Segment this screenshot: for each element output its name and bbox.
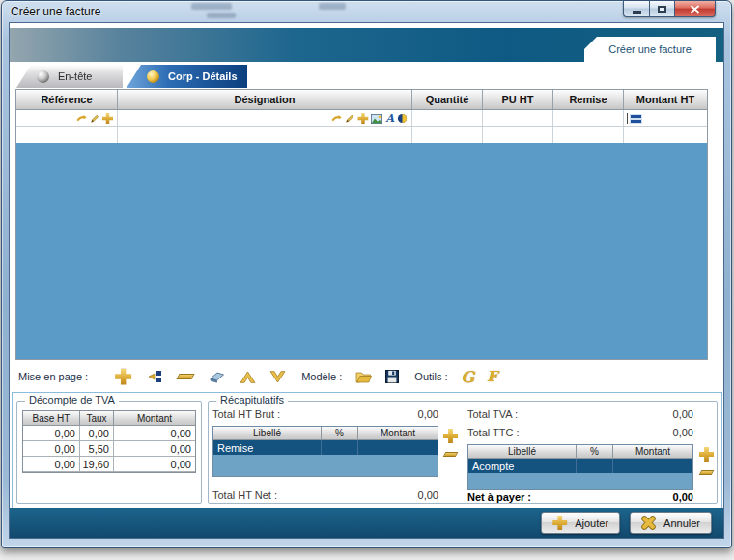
swoosh-icon[interactable] xyxy=(331,113,342,124)
column-header-montant-ht[interactable]: Montant HT xyxy=(624,90,707,109)
acompte-table-empty-area[interactable] xyxy=(468,473,692,489)
equals-icon[interactable] xyxy=(630,114,642,124)
total-ht-net-value: 0,00 xyxy=(418,490,438,501)
ajouter-button[interactable]: Ajouter xyxy=(541,512,620,534)
titlebar[interactable]: Créer une facture xyxy=(2,1,731,22)
tva-row[interactable]: 0,00 19,60 0,00 xyxy=(23,457,195,472)
remise-row[interactable]: Remise xyxy=(213,440,438,455)
total-ht-brut-label: Total HT Brut : xyxy=(212,408,280,420)
minimize-button[interactable] xyxy=(623,1,649,17)
tva-col-montant: Montant xyxy=(114,411,195,426)
add-line-button[interactable] xyxy=(115,369,131,385)
column-header-remise[interactable]: Remise xyxy=(553,90,624,109)
tab-ball-icon xyxy=(37,70,49,83)
grid-body[interactable] xyxy=(16,143,707,359)
insert-line-button[interactable] xyxy=(148,370,162,383)
pencil-icon[interactable] xyxy=(90,113,99,124)
acompte-col-pct: % xyxy=(577,445,613,459)
close-button[interactable] xyxy=(675,1,716,17)
mise-en-page-label: Mise en page : xyxy=(18,371,88,382)
insert-icon xyxy=(148,370,162,383)
move-down-button[interactable] xyxy=(269,371,286,383)
empty-cell[interactable] xyxy=(16,127,118,143)
column-header-pu-ht[interactable]: PU HT xyxy=(483,90,553,109)
swoosh-icon[interactable] xyxy=(76,113,87,124)
acompte-row-montant xyxy=(613,459,692,473)
tva-value: 0,00 xyxy=(23,426,80,441)
remise-row-label: Remise xyxy=(213,440,322,455)
plus-icon xyxy=(115,369,131,385)
tab-corp-details-label: Corp - Détails xyxy=(168,70,238,82)
remise-header-row: Libellé % Montant xyxy=(213,427,438,440)
tva-table: Base HT Taux Montant 0,00 0,00 0,00 0,00… xyxy=(22,410,196,473)
column-header-quantite[interactable]: Quantité xyxy=(412,90,483,109)
net-a-payer-row: Net à payer : 0,00 xyxy=(467,491,693,503)
tva-row[interactable]: 0,00 5,50 0,00 xyxy=(23,441,195,457)
empty-cell[interactable] xyxy=(118,127,412,143)
acompte-row-pct xyxy=(577,459,613,473)
tool-f-button[interactable]: F xyxy=(487,368,497,385)
plus-icon[interactable] xyxy=(357,113,368,124)
totals-panel: Décompte de TVA Base HT Taux Montant 0,0… xyxy=(12,392,722,510)
recap-right: Total TVA : 0,00 Total TTC : 0,00 Libell… xyxy=(467,404,711,503)
empty-cell[interactable] xyxy=(624,127,707,143)
add-acompte-button[interactable] xyxy=(699,447,714,462)
designation-cell[interactable]: A xyxy=(118,110,412,126)
remise-cell[interactable] xyxy=(553,110,624,126)
open-model-button[interactable] xyxy=(355,371,372,383)
tva-row[interactable]: 0,00 0,00 0,00 xyxy=(23,426,195,441)
eraser-icon xyxy=(209,371,225,383)
acompte-table-buttons xyxy=(699,447,714,475)
empty-cell[interactable] xyxy=(412,127,483,143)
annuler-button[interactable]: Annuler xyxy=(630,512,712,534)
erase-line-button[interactable] xyxy=(209,371,225,383)
dialog-content: Créer une facture En-tête Corp - Détails… xyxy=(9,22,724,539)
tva-groupbox-title: Décompte de TVA xyxy=(25,394,119,406)
total-ht-net-row: Total HT Net : 0,00 xyxy=(212,490,438,501)
tab-en-tete-label: En-tête xyxy=(58,70,92,82)
outils-label: Outils : xyxy=(414,371,447,382)
column-header-designation[interactable]: Désignation xyxy=(118,90,412,109)
annuler-button-label: Annuler xyxy=(663,518,700,529)
tva-value: 19,60 xyxy=(80,457,114,472)
remove-remise-button[interactable] xyxy=(443,452,459,457)
picture-icon[interactable] xyxy=(371,114,382,124)
background-artifact xyxy=(207,13,236,18)
plus-icon[interactable] xyxy=(102,113,113,124)
two-tone-disc-icon[interactable] xyxy=(397,113,408,124)
acompte-row[interactable]: Acompte xyxy=(468,459,692,473)
add-remise-button[interactable] xyxy=(443,429,458,443)
letter-a-icon[interactable]: A xyxy=(385,113,394,124)
pencil-icon[interactable] xyxy=(345,113,354,124)
save-model-button[interactable] xyxy=(385,370,399,383)
acompte-header-row: Libellé % Montant xyxy=(468,445,692,459)
empty-cell[interactable] xyxy=(483,127,553,143)
remove-acompte-button[interactable] xyxy=(699,470,715,475)
empty-cell[interactable] xyxy=(553,127,624,143)
pu-ht-cell[interactable] xyxy=(483,110,553,126)
quantite-cell[interactable] xyxy=(412,110,483,126)
maximize-button[interactable] xyxy=(649,1,675,17)
minimize-icon xyxy=(633,11,641,14)
reference-cell[interactable] xyxy=(16,110,118,126)
designation-cell-tools: A xyxy=(331,113,411,124)
net-a-payer-label: Net à payer : xyxy=(467,491,531,503)
montant-ht-cell[interactable] xyxy=(624,110,707,126)
tva-value: 0,00 xyxy=(80,426,114,441)
grid-header-row: Référence Désignation Quantité PU HT Rem… xyxy=(16,90,707,110)
delete-line-button[interactable] xyxy=(178,374,193,379)
tab-en-tete[interactable]: En-tête xyxy=(16,65,123,88)
move-up-button[interactable] xyxy=(240,371,256,383)
tool-g-button[interactable]: G xyxy=(462,368,475,386)
invoice-lines-grid: Référence Désignation Quantité PU HT Rem… xyxy=(15,89,708,360)
header-corner-tab: Créer une facture xyxy=(584,37,716,62)
column-header-reference[interactable]: Référence xyxy=(16,90,118,109)
app-window: Créer une facture Créer une facture En- xyxy=(1,0,732,548)
window-controls xyxy=(623,1,716,17)
total-ht-net-label: Total HT Net : xyxy=(212,490,277,501)
tab-corp-details[interactable]: Corp - Détails xyxy=(127,65,247,88)
remise-table-empty-area[interactable] xyxy=(213,455,438,476)
remise-row-montant xyxy=(358,440,438,455)
letter-g-icon: G xyxy=(462,368,475,386)
tab-ball-icon xyxy=(147,70,159,83)
